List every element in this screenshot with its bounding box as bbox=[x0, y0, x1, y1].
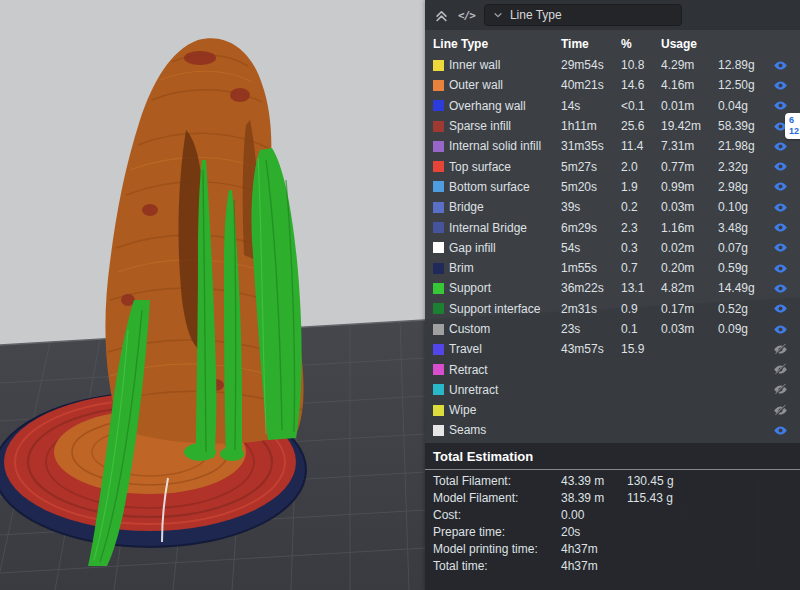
estimation-row: Prepare time: 20s bbox=[425, 524, 800, 541]
row-percent: 15.9 bbox=[621, 342, 661, 356]
estimation-row: Model printing time: 4h37m bbox=[425, 541, 800, 558]
line-type-row: Internal solid infill 31m35s 11.4 7.31m … bbox=[433, 136, 792, 156]
estimation-value-1: 43.39 m bbox=[561, 474, 627, 488]
visibility-toggle-eye-icon[interactable] bbox=[773, 342, 792, 357]
visibility-toggle-eye-icon[interactable] bbox=[773, 240, 792, 255]
visibility-toggle-eye-icon[interactable] bbox=[773, 261, 792, 276]
estimation-label: Total Filament: bbox=[433, 474, 561, 488]
visibility-toggle-eye-icon[interactable] bbox=[773, 301, 792, 316]
estimation-label: Prepare time: bbox=[433, 525, 561, 539]
row-time: 1m55s bbox=[561, 261, 621, 275]
line-type-row: Inner wall 29m54s 10.8 4.29m 12.89g bbox=[433, 55, 792, 75]
row-length: 7.31m bbox=[661, 139, 718, 153]
color-swatch bbox=[433, 303, 444, 314]
line-type-row: Custom 23s 0.1 0.03m 0.09g bbox=[433, 319, 792, 339]
estimation-row: Cost: 0.00 bbox=[425, 507, 800, 524]
row-length: 4.16m bbox=[661, 78, 718, 92]
line-type-row: Support 36m22s 13.1 4.82m 14.49g bbox=[433, 278, 792, 298]
total-estimation-title: Total Estimation bbox=[425, 443, 800, 470]
visibility-toggle-eye-icon[interactable] bbox=[773, 362, 792, 377]
panel-topbar: </> Line Type bbox=[425, 0, 800, 30]
row-weight: 2.32g bbox=[718, 160, 770, 174]
gcode-view-icon[interactable]: </> bbox=[458, 9, 475, 22]
row-label: Sparse infill bbox=[449, 119, 561, 133]
row-label: Bottom surface bbox=[449, 180, 561, 194]
estimation-value-1: 4h37m bbox=[561, 542, 627, 556]
row-weight: 12.50g bbox=[718, 78, 770, 92]
collapse-panel-icon[interactable] bbox=[434, 8, 449, 23]
row-label: Outer wall bbox=[449, 78, 561, 92]
header-percent: % bbox=[621, 37, 661, 51]
header-line-type: Line Type bbox=[433, 37, 561, 51]
line-type-row: Support interface 2m31s 0.9 0.17m 0.52g bbox=[433, 299, 792, 319]
visibility-toggle-eye-icon[interactable] bbox=[773, 423, 792, 438]
row-length: 19.42m bbox=[661, 119, 718, 133]
row-weight: 0.04g bbox=[718, 99, 770, 113]
row-time: 43m57s bbox=[561, 342, 621, 356]
row-percent: 0.3 bbox=[621, 241, 661, 255]
line-type-table: Line Type Time % Usage Inner wall 29m54s… bbox=[425, 30, 800, 443]
visibility-toggle-eye-icon[interactable] bbox=[773, 179, 792, 194]
line-type-row: Retract bbox=[433, 359, 792, 379]
row-percent: 11.4 bbox=[621, 139, 661, 153]
line-type-row: Sparse infill 1h11m 25.6 19.42m 58.39g bbox=[433, 116, 792, 136]
color-swatch bbox=[433, 222, 444, 233]
row-percent: 2.0 bbox=[621, 160, 661, 174]
estimation-label: Model Filament: bbox=[433, 491, 561, 505]
row-length: 4.29m bbox=[661, 58, 718, 72]
color-swatch bbox=[433, 364, 444, 375]
slicer-preview-window: </> Line Type Line Type Time % Usage bbox=[0, 0, 800, 590]
visibility-toggle-eye-icon[interactable] bbox=[773, 281, 792, 296]
row-label: Overhang wall bbox=[449, 99, 561, 113]
view-mode-dropdown[interactable]: Line Type bbox=[484, 4, 682, 26]
color-swatch bbox=[433, 141, 444, 152]
row-length: 0.20m bbox=[661, 261, 718, 275]
total-estimation-rows: Total Filament: 43.39 m 130.45 g Model F… bbox=[425, 470, 800, 575]
row-label: Brim bbox=[449, 261, 561, 275]
row-length: 0.99m bbox=[661, 180, 718, 194]
row-time: 54s bbox=[561, 241, 621, 255]
row-time: 6m29s bbox=[561, 221, 621, 235]
row-weight: 12.89g bbox=[718, 58, 770, 72]
visibility-toggle-eye-icon[interactable] bbox=[773, 159, 792, 174]
row-percent: 2.3 bbox=[621, 221, 661, 235]
estimation-value-1: 0.00 bbox=[561, 508, 627, 522]
row-percent: 14.6 bbox=[621, 78, 661, 92]
line-type-panel: </> Line Type Line Type Time % Usage bbox=[425, 0, 800, 590]
row-time: 39s bbox=[561, 200, 621, 214]
line-type-row: Internal Bridge 6m29s 2.3 1.16m 3.48g bbox=[433, 217, 792, 237]
row-length: 1.16m bbox=[661, 221, 718, 235]
row-weight: 0.07g bbox=[718, 241, 770, 255]
estimation-row: Model Filament: 38.39 m 115.43 g bbox=[425, 490, 800, 507]
row-percent: 13.1 bbox=[621, 281, 661, 295]
visibility-toggle-eye-icon[interactable] bbox=[773, 139, 792, 154]
row-time: 36m22s bbox=[561, 281, 621, 295]
visibility-toggle-eye-icon[interactable] bbox=[773, 200, 792, 215]
visibility-toggle-eye-icon[interactable] bbox=[773, 382, 792, 397]
visibility-toggle-eye-icon[interactable] bbox=[773, 322, 792, 337]
estimation-label: Model printing time: bbox=[433, 542, 561, 556]
row-time: 29m54s bbox=[561, 58, 621, 72]
row-percent: 0.7 bbox=[621, 261, 661, 275]
visibility-toggle-eye-icon[interactable] bbox=[773, 58, 792, 73]
row-label: Internal Bridge bbox=[449, 221, 561, 235]
chevron-down-icon bbox=[493, 10, 503, 20]
color-swatch bbox=[433, 283, 444, 294]
estimation-value-2: 130.45 g bbox=[627, 474, 792, 488]
row-label: Support interface bbox=[449, 302, 561, 316]
color-swatch bbox=[433, 344, 444, 355]
estimation-row: Total Filament: 43.39 m 130.45 g bbox=[425, 473, 800, 490]
line-type-row: Brim 1m55s 0.7 0.20m 0.59g bbox=[433, 258, 792, 278]
header-usage: Usage bbox=[661, 37, 770, 51]
visibility-toggle-eye-icon[interactable] bbox=[773, 78, 792, 93]
line-type-row: Top surface 5m27s 2.0 0.77m 2.32g bbox=[433, 156, 792, 176]
visibility-toggle-eye-icon[interactable] bbox=[773, 98, 792, 113]
visibility-toggle-eye-icon[interactable] bbox=[773, 403, 792, 418]
row-time: 31m35s bbox=[561, 139, 621, 153]
row-length: 4.82m bbox=[661, 281, 718, 295]
color-swatch bbox=[433, 80, 444, 91]
row-label: Inner wall bbox=[449, 58, 561, 72]
view-mode-value: Line Type bbox=[510, 8, 562, 22]
estimation-value-2 bbox=[627, 559, 792, 573]
visibility-toggle-eye-icon[interactable] bbox=[773, 220, 792, 235]
